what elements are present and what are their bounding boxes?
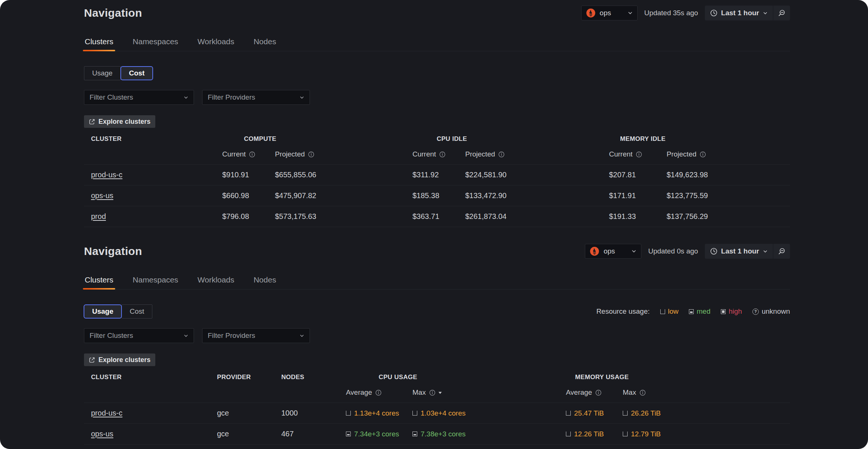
column-header-cluster: CLUSTER <box>91 374 122 381</box>
mem-average-value: 25.47 TiB <box>566 409 623 417</box>
usage-toggle-button[interactable]: Usage <box>84 66 121 80</box>
cluster-link[interactable]: ops-us <box>91 430 113 438</box>
cpu-projected-value: $133,472.90 <box>465 191 609 200</box>
filter-providers-select[interactable]: Filter Providers <box>202 328 310 343</box>
legend-item-high: high <box>721 307 742 316</box>
subheader-cpu-average[interactable]: Average <box>346 388 412 397</box>
zoom-out-button[interactable] <box>773 6 790 20</box>
mem-current-value: $207.81 <box>609 171 667 179</box>
explore-clusters-button[interactable]: Explore clusters <box>84 353 155 366</box>
cluster-link[interactable]: ops-us <box>91 191 113 200</box>
cost-toggle-button[interactable]: Cost <box>120 66 153 80</box>
table-row: prod-us-c gce 1000 1.13e+4 cores 1.03e+4… <box>84 403 790 423</box>
question-circle-icon <box>752 309 759 315</box>
updated-status: Updated 0s ago <box>648 247 698 255</box>
tab-workloads[interactable]: Workloads <box>197 34 235 51</box>
chevron-down-icon <box>628 10 633 16</box>
tab-nodes[interactable]: Nodes <box>253 34 277 51</box>
time-controls: Last 1 hour <box>705 244 790 259</box>
cpu-average-value: 7.34e+3 cores <box>346 430 412 438</box>
tab-clusters[interactable]: Clusters <box>84 34 114 51</box>
tab-nodes[interactable]: Nodes <box>253 272 277 289</box>
subheader-compute-projected[interactable]: Projected <box>275 150 412 158</box>
subheader-mem-average[interactable]: Average <box>566 388 623 397</box>
info-icon[interactable] <box>498 151 505 158</box>
compute-current-value: $796.08 <box>222 212 275 221</box>
info-icon[interactable] <box>249 151 255 158</box>
cluster-link[interactable]: prod-us-c <box>91 409 122 417</box>
table-row: prod gce 1123 7.57e+3 cores 6.90e+3 core… <box>84 444 790 449</box>
filter-clusters-select[interactable]: Filter Clusters <box>84 328 194 343</box>
panel-controls: ops Updated 0s ago Last 1 hour <box>585 244 790 259</box>
time-range-picker[interactable]: Last 1 hour <box>705 244 773 259</box>
cluster-link[interactable]: prod <box>91 212 106 220</box>
clock-icon <box>710 9 718 17</box>
datasource-picker[interactable]: ops <box>585 244 641 259</box>
subheader-cpu-current[interactable]: Current <box>412 150 465 158</box>
datasource-picker[interactable]: ops <box>581 6 638 20</box>
cluster-link[interactable]: prod-us-c <box>91 171 122 179</box>
panel-header: Navigation ops Updated 35s ago Last 1 ho… <box>84 0 790 22</box>
time-range-picker[interactable]: Last 1 hour <box>705 6 773 20</box>
panel-controls: ops Updated 35s ago Last 1 hour <box>581 6 790 20</box>
cpu-current-value: $185.38 <box>412 191 465 200</box>
subheader-compute-current[interactable]: Current <box>222 150 275 158</box>
info-icon[interactable] <box>595 390 602 396</box>
info-icon[interactable] <box>636 151 642 158</box>
subheader-cpu-projected[interactable]: Projected <box>465 150 609 158</box>
filter-clusters-placeholder: Filter Clusters <box>90 332 133 340</box>
cpu-projected-value: $224,581.90 <box>465 171 609 179</box>
time-range-label: Last 1 hour <box>721 9 759 17</box>
info-icon[interactable] <box>375 390 382 396</box>
explore-clusters-label: Explore clusters <box>98 118 150 126</box>
subheader-mem-current[interactable]: Current <box>609 150 667 158</box>
explore-clusters-button[interactable]: Explore clusters <box>84 115 155 128</box>
clock-icon <box>710 248 718 255</box>
cost-toggle-button[interactable]: Cost <box>122 304 152 319</box>
legend-item-low: low <box>660 307 679 316</box>
usage-table: CLUSTER PROVIDER NODES CPU USAGE MEMORY … <box>84 374 790 449</box>
usage-level-icon <box>623 411 628 416</box>
filter-providers-select[interactable]: Filter Providers <box>202 90 310 105</box>
compute-projected-value: $475,907.82 <box>275 191 412 200</box>
usage-level-icon <box>412 411 417 416</box>
nodes-value: 467 <box>281 430 346 438</box>
subheader-cpu-max[interactable]: Max <box>412 388 566 397</box>
tab-clusters[interactable]: Clusters <box>84 272 114 289</box>
prometheus-logo-icon <box>590 246 599 256</box>
table-row: prod $796.08 $573,175.63 $363.71 $261,87… <box>84 206 790 227</box>
zoom-out-button[interactable] <box>773 244 790 259</box>
info-icon[interactable] <box>639 390 646 396</box>
compute-current-value: $910.91 <box>222 171 275 179</box>
cpu-average-value: 1.13e+4 cores <box>346 409 412 417</box>
info-icon[interactable] <box>700 151 706 158</box>
usage-cost-toggle: Usage Cost <box>84 304 152 319</box>
usage-toggle-button[interactable]: Usage <box>84 304 122 319</box>
usage-level-icon <box>623 432 628 436</box>
filter-providers-placeholder: Filter Providers <box>208 93 255 101</box>
explore-clusters-label: Explore clusters <box>98 356 150 364</box>
chevron-down-icon <box>184 333 188 338</box>
sort-desc-icon[interactable] <box>438 391 442 395</box>
magnifier-minus-icon <box>778 9 786 17</box>
tab-workloads[interactable]: Workloads <box>197 272 235 289</box>
subheader-mem-max[interactable]: Max <box>623 388 790 397</box>
level-med-icon <box>689 309 694 314</box>
cpu-current-value: $311.92 <box>412 171 465 179</box>
info-icon[interactable] <box>429 390 435 396</box>
usage-level-icon <box>412 432 417 436</box>
usage-level-icon <box>346 411 351 416</box>
provider-value: gce <box>217 409 281 417</box>
updated-status: Updated 35s ago <box>644 9 698 17</box>
table-group-header-row: CLUSTER PROVIDER NODES CPU USAGE MEMORY … <box>84 374 790 382</box>
cost-panel: Navigation ops Updated 35s ago Last 1 ho… <box>0 0 868 227</box>
info-icon[interactable] <box>439 151 446 158</box>
table-row: prod-us-c $910.91 $655,855.06 $311.92 $2… <box>84 164 790 185</box>
tab-namespaces[interactable]: Namespaces <box>132 272 179 289</box>
column-group-cpu-idle: CPU IDLE <box>437 135 467 143</box>
info-icon[interactable] <box>308 151 314 158</box>
filter-clusters-select[interactable]: Filter Clusters <box>84 90 194 105</box>
toolbar-row: Usage Cost Resource usage: low med high … <box>84 304 790 319</box>
subheader-mem-projected[interactable]: Projected <box>667 150 790 158</box>
tab-namespaces[interactable]: Namespaces <box>132 34 179 51</box>
